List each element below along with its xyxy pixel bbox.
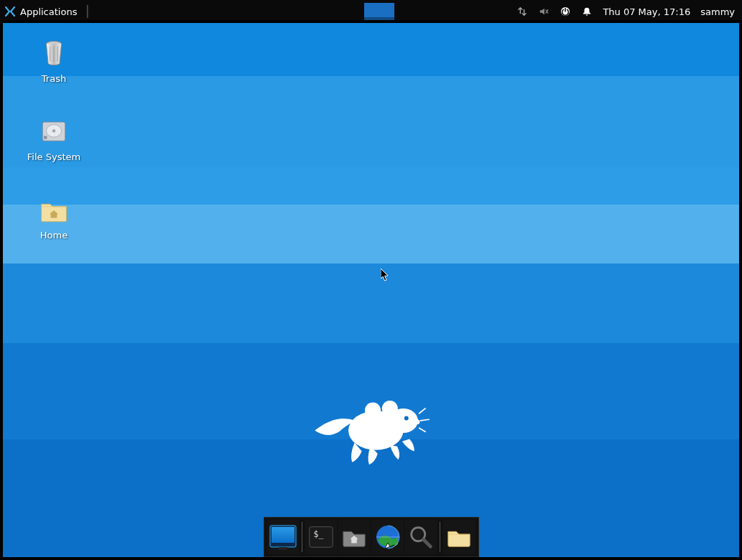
svg-point-4 [52,129,55,132]
mouse-cursor-icon [381,269,389,281]
workspace-switcher[interactable] [364,3,394,20]
applications-menu[interactable]: Applications [0,3,92,20]
applications-menu-label: Applications [20,6,77,17]
drive-icon [39,117,69,147]
desktop-icon-trash[interactable]: Trash [14,39,93,84]
svg-point-11 [404,416,409,421]
dock-directory-menu[interactable] [443,520,475,554]
svg-line-14 [419,428,426,431]
trash-icon [39,39,69,69]
svg-point-9 [382,401,398,416]
svg-line-13 [420,419,429,421]
desktop[interactable]: Trash File System Home [3,23,739,557]
svg-line-23 [424,540,431,547]
top-panel: Applications Thu 07 May, 17:16 [0,0,742,20]
dock-file-manager[interactable] [338,520,370,554]
dock-app-finder[interactable] [405,520,437,554]
svg-rect-16 [272,527,295,543]
svg-line-12 [419,409,426,414]
bottom-dock: $_ [264,517,479,557]
desktop-icon-label: Home [40,230,68,241]
desktop-icons: Trash File System Home [14,39,93,241]
dock-show-desktop[interactable] [267,520,299,554]
xfce-logo-icon [4,6,16,17]
panel-separator [87,5,88,18]
xfce-mouse-wallpaper-icon [312,382,434,475]
dock-separator [440,522,440,552]
panel-status-area: Thu 07 May, 17:16 sammy [509,3,742,20]
home-folder-icon [39,195,69,225]
svg-point-8 [365,402,381,418]
svg-text:$_: $_ [314,529,324,539]
desktop-icon-home[interactable]: Home [14,195,93,241]
clock[interactable]: Thu 07 May, 17:16 [603,6,690,17]
volume-muted-icon[interactable] [538,6,549,17]
notifications-icon[interactable] [581,6,593,17]
dock-terminal[interactable]: $_ [305,520,337,554]
svg-point-10 [414,419,420,424]
svg-rect-5 [44,136,47,139]
desktop-icon-label: Trash [42,73,66,84]
desktop-icon-file-system[interactable]: File System [14,117,93,162]
dock-separator [302,522,302,552]
svg-rect-17 [279,547,287,550]
power-icon[interactable] [560,6,571,17]
svg-point-22 [414,530,423,539]
dock-web-browser[interactable] [372,520,404,554]
user-menu[interactable]: sammy [700,6,735,17]
desktop-icon-label: File System [27,151,80,162]
network-icon[interactable] [516,6,528,17]
